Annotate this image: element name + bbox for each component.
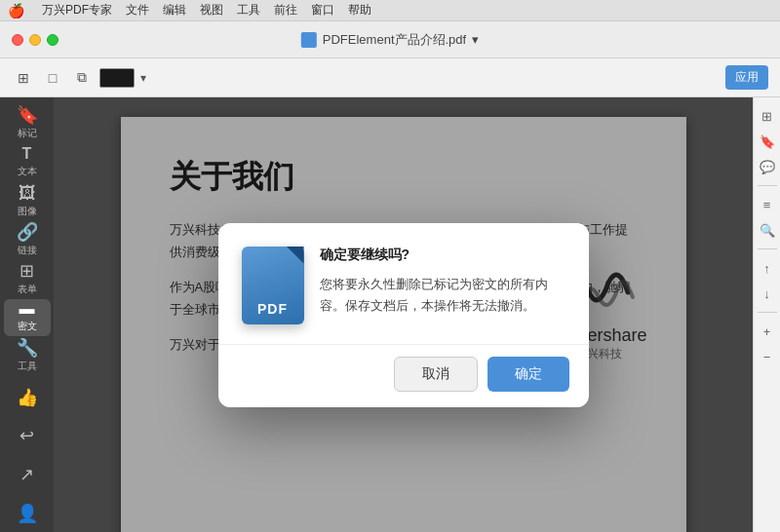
modal-body: PDF 确定要继续吗? 您将要永久性删除已标记为密文的所有内容。保存文档后，本操… bbox=[218, 223, 589, 344]
right-icon-comment[interactable]: 💬 bbox=[757, 156, 778, 177]
toolbar-icon-3[interactable]: ⧉ bbox=[70, 66, 94, 90]
sidebar-item-image[interactable]: 🖼 图像 bbox=[4, 183, 51, 220]
menu-item-navigate[interactable]: 前往 bbox=[274, 2, 297, 19]
sidebar-item-redact[interactable]: ▬ 密文 bbox=[4, 299, 51, 336]
modal-pdf-label: PDF bbox=[257, 301, 288, 317]
main-layout: 🔖 标记 T 文本 🖼 图像 🔗 链接 ⊞ 表单 ▬ 密文 bbox=[0, 97, 780, 532]
export-icon: ↗ bbox=[20, 466, 34, 483]
toolbar-icon-2[interactable]: □ bbox=[41, 66, 64, 90]
redact-icon: ▬ bbox=[20, 301, 35, 317]
like-icon: 👍 bbox=[17, 389, 38, 406]
right-icon-bookmark[interactable]: 🔖 bbox=[757, 131, 778, 152]
title-chevron[interactable]: ▾ bbox=[472, 32, 479, 47]
menu-item-edit[interactable]: 编辑 bbox=[163, 2, 186, 19]
sidebar-item-bookmark[interactable]: 🔖 标记 bbox=[4, 105, 51, 142]
content-area: 关于我们 万兴科技(300624.SZ)是国内A股上市的智慧科技企业，我们为人们… bbox=[54, 97, 753, 532]
right-icon-menu[interactable]: ≡ bbox=[757, 194, 778, 215]
color-swatch[interactable] bbox=[99, 68, 135, 88]
apply-button[interactable]: 应用 bbox=[725, 65, 768, 90]
sidebar-item-like[interactable]: 👍 bbox=[4, 379, 51, 416]
image-icon: 🖼 bbox=[19, 184, 36, 202]
menu-bar: 🍎 万兴PDF专家 文件 编辑 视图 工具 前往 窗口 帮助 bbox=[0, 0, 780, 21]
right-icon-zoom-out[interactable]: − bbox=[757, 346, 778, 367]
table-icon: ⊞ bbox=[20, 262, 34, 280]
sidebar-left: 🔖 标记 T 文本 🖼 图像 🔗 链接 ⊞ 表单 ▬ 密文 bbox=[0, 97, 54, 532]
sidebar-label-tools: 工具 bbox=[18, 360, 37, 373]
back-icon: ↩ bbox=[20, 427, 34, 444]
main-window: PDFElement产品介绍.pdf ▾ ⊞ □ ⧉ ▾ 应用 🔖 标记 T 文… bbox=[0, 21, 780, 532]
modal-overlay: PDF 确定要继续吗? 您将要永久性删除已标记为密文的所有内容。保存文档后，本操… bbox=[54, 97, 753, 532]
modal-title: 确定要继续吗? bbox=[320, 247, 566, 264]
modal-pdf-icon: PDF bbox=[242, 247, 304, 324]
user-icon: 👤 bbox=[17, 505, 38, 522]
window-title: PDFElement产品介绍.pdf bbox=[323, 31, 466, 49]
toolbar-icon-1[interactable]: ⊞ bbox=[12, 66, 35, 90]
menu-item-view[interactable]: 视图 bbox=[200, 2, 223, 19]
traffic-lights bbox=[12, 34, 58, 46]
sidebar-item-user[interactable]: 👤 bbox=[4, 495, 51, 532]
right-divider-2 bbox=[758, 248, 777, 249]
dropdown-arrow[interactable]: ▾ bbox=[140, 71, 146, 85]
toolbar-left: ⊞ □ ⧉ ▾ bbox=[12, 66, 146, 90]
link-icon: 🔗 bbox=[17, 223, 38, 241]
sidebar-label-redact: 密文 bbox=[18, 320, 37, 333]
close-button[interactable] bbox=[12, 34, 23, 46]
sidebar-item-text[interactable]: T 文本 bbox=[4, 144, 51, 181]
right-icon-page-down[interactable]: ↓ bbox=[757, 283, 778, 304]
menu-item-tools[interactable]: 工具 bbox=[237, 2, 260, 19]
toolbar: ⊞ □ ⧉ ▾ 应用 bbox=[0, 58, 780, 97]
modal-icon-area: PDF bbox=[242, 247, 304, 324]
minimize-button[interactable] bbox=[29, 34, 41, 46]
right-icon-search[interactable]: 🔍 bbox=[757, 219, 778, 241]
right-divider-1 bbox=[758, 185, 777, 186]
maximize-button[interactable] bbox=[47, 34, 58, 46]
sidebar-item-table[interactable]: ⊞ 表单 bbox=[4, 260, 51, 297]
sidebar-item-link[interactable]: 🔗 链接 bbox=[4, 221, 51, 258]
sidebar-label-bookmark: 标记 bbox=[18, 127, 37, 140]
menu-item-window[interactable]: 窗口 bbox=[311, 2, 334, 19]
sidebar-label-table: 表单 bbox=[18, 283, 37, 296]
modal-content: 确定要继续吗? 您将要永久性删除已标记为密文的所有内容。保存文档后，本操作将无法… bbox=[320, 247, 566, 324]
bookmark-icon: 🔖 bbox=[17, 106, 38, 124]
sidebar-label-image: 图像 bbox=[18, 205, 37, 218]
title-bar: PDFElement产品介绍.pdf ▾ bbox=[0, 21, 780, 58]
window-title-area: PDFElement产品介绍.pdf ▾ bbox=[301, 31, 479, 49]
confirm-button[interactable]: 确定 bbox=[488, 357, 569, 392]
text-icon: T bbox=[22, 146, 32, 162]
sidebar-item-export[interactable]: ↗ bbox=[4, 456, 51, 493]
modal-footer: 取消 确定 bbox=[218, 344, 589, 407]
menu-item-app[interactable]: 万兴PDF专家 bbox=[42, 2, 112, 19]
right-icon-pages[interactable]: ⊞ bbox=[757, 105, 778, 127]
sidebar-label-link: 链接 bbox=[18, 244, 37, 257]
menu-item-help[interactable]: 帮助 bbox=[348, 2, 371, 19]
sidebar-item-tools[interactable]: 🔧 工具 bbox=[4, 338, 51, 375]
sidebar-label-text: 文本 bbox=[18, 165, 37, 178]
sidebar-item-back[interactable]: ↩ bbox=[4, 418, 51, 455]
modal-message: 您将要永久性删除已标记为密文的所有内容。保存文档后，本操作将无法撤消。 bbox=[320, 274, 566, 317]
right-divider-3 bbox=[758, 312, 777, 313]
right-icon-zoom-in[interactable]: + bbox=[757, 321, 778, 342]
toolbar-right: 应用 bbox=[725, 65, 768, 90]
modal-dialog: PDF 确定要继续吗? 您将要永久性删除已标记为密文的所有内容。保存文档后，本操… bbox=[218, 223, 589, 407]
right-icon-page-up[interactable]: ↑ bbox=[757, 257, 778, 279]
file-icon bbox=[301, 32, 317, 48]
tools-icon: 🔧 bbox=[17, 339, 38, 357]
apple-logo[interactable]: 🍎 bbox=[8, 3, 24, 19]
cancel-button[interactable]: 取消 bbox=[394, 357, 478, 392]
menu-item-file[interactable]: 文件 bbox=[126, 2, 149, 19]
sidebar-right: ⊞ 🔖 💬 ≡ 🔍 ↑ ↓ + − bbox=[753, 97, 780, 532]
